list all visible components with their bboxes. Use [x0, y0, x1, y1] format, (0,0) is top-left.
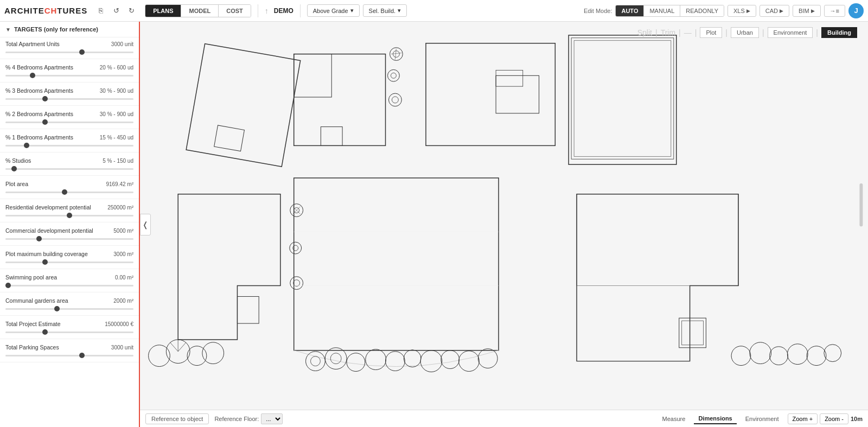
slider-track-2 [5, 95, 133, 103]
slider-track-9 [5, 258, 133, 266]
sel-build-button[interactable]: Sel. Build. ▾ [363, 4, 407, 17]
main-area: ▼ TARGETS (only for reference) Total Apa… [0, 22, 868, 427]
slider-value-3: 30 % - 900 ud [100, 111, 133, 117]
user-avatar[interactable]: J [848, 3, 864, 18]
slider-input-0[interactable] [5, 52, 133, 53]
more-export-button[interactable]: →≡ [824, 5, 845, 17]
slider-value-11: 2000 m² [113, 298, 133, 304]
measure-button[interactable]: Measure [658, 414, 690, 424]
divider-7 [0, 222, 139, 222]
slider-label-row-10: Swimming pool area 0.00 m² [5, 274, 133, 281]
divider-6 [0, 199, 139, 199]
sep6: | [725, 28, 727, 37]
slider-input-13[interactable] [5, 355, 133, 356]
slider-input-9[interactable] [5, 262, 133, 263]
slider-value-4: 15 % - 450 ud [100, 135, 133, 141]
reference-floor-label: Reference Floor: ... [214, 413, 283, 424]
sel-build-label: Sel. Build. [369, 8, 396, 14]
slider-input-11[interactable] [5, 308, 133, 310]
divider-3 [0, 129, 139, 129]
slider-input-1[interactable] [5, 75, 133, 77]
sep4: | [679, 28, 681, 37]
reference-floor-select[interactable]: ... [261, 413, 283, 424]
svg-rect-0 [143, 22, 865, 410]
slider-value-1: 20 % - 600 ud [100, 65, 133, 71]
slider-track-5 [5, 165, 133, 173]
cad-export-button[interactable]: CAD ▶ [760, 5, 789, 17]
xls-export-button[interactable]: XLS ▶ [727, 5, 756, 17]
slider-value-13: 3000 unit [111, 345, 133, 350]
slider-label-6: Plot area [5, 181, 28, 187]
tab-cost[interactable]: COST [219, 5, 251, 17]
topbar-right: Edit Mode: AUTO MANUAL READONLY XLS ▶ CA… [584, 3, 864, 18]
slider-label-row-13: Total Parking Spaces 3000 unit [5, 344, 133, 350]
slider-label-row-5: % Studios 5 % - 150 ud [5, 157, 133, 164]
view-environment-button[interactable]: Environment [768, 27, 813, 38]
divider-10 [0, 292, 139, 292]
divider-8 [0, 245, 139, 246]
zoom-out-button[interactable]: Zoom - [820, 413, 848, 424]
slider-section-3: % 2 Bedrooms Apartments 30 % - 900 ud [0, 107, 139, 127]
sep5: | [695, 28, 697, 37]
edit-mode-label: Edit Mode: [584, 8, 612, 14]
slider-label-row-4: % 1 Bedrooms Apartments 15 % - 450 ud [5, 134, 133, 141]
divider-4 [0, 152, 139, 152]
slider-label-1: % 4 Bedrooms Apartments [5, 64, 73, 71]
bim-export-button[interactable]: BIM ▶ [793, 5, 821, 17]
logo-highlight: CH [44, 6, 58, 15]
slider-track-13 [5, 352, 133, 359]
project-name: DEMO [274, 7, 293, 15]
view-plot-button[interactable]: Plot [700, 27, 722, 38]
bim-arrow-icon: ▶ [811, 8, 815, 14]
tab-plans[interactable]: PLANS [145, 5, 181, 17]
slider-track-3 [5, 118, 133, 126]
reference-to-object-button[interactable]: Reference to object [145, 413, 209, 424]
slider-input-10[interactable] [5, 285, 133, 286]
mode-readonly[interactable]: READONLY [680, 5, 724, 16]
dash: — [684, 28, 692, 37]
chevron-down-icon2: ▾ [398, 7, 401, 14]
copy-button[interactable]: ⎘ [95, 5, 107, 17]
mode-manual[interactable]: MANUAL [644, 5, 680, 16]
slider-input-8[interactable] [5, 238, 133, 240]
zoom-in-button[interactable]: Zoom + [788, 413, 818, 424]
slider-input-6[interactable] [5, 192, 133, 193]
sep8: | [816, 28, 818, 37]
slider-input-3[interactable] [5, 122, 133, 123]
slider-label-row-6: Plot area 9169.42 m² [5, 181, 133, 187]
environment-bottom-button[interactable]: Environment [741, 414, 783, 424]
view-urban-button[interactable]: Urban [731, 27, 759, 38]
slider-track-8 [5, 235, 133, 243]
slider-label-3: % 2 Bedrooms Apartments [5, 111, 73, 117]
sidebar-header[interactable]: ▼ TARGETS (only for reference) [0, 22, 139, 37]
xls-arrow-icon: ▶ [746, 8, 750, 14]
bottombar-right: Measure Dimensions Environment Zoom + Zo… [658, 413, 863, 424]
slider-value-10: 0.00 m² [115, 275, 133, 281]
slider-label-row-9: Plot maximum building coverage 3000 m² [5, 251, 133, 257]
slider-input-4[interactable] [5, 145, 133, 146]
slider-label-row-0: Total Apartment Units 3000 unit [5, 41, 133, 47]
dimensions-button[interactable]: Dimensions [694, 413, 736, 424]
slider-track-11 [5, 305, 133, 313]
slider-value-0: 3000 unit [111, 41, 133, 47]
slider-section-13: Total Parking Spaces 3000 unit [0, 341, 139, 360]
view-building-button[interactable]: Building [821, 27, 857, 38]
slider-section-2: % 3 Bedrooms Apartments 30 % - 900 ud [0, 84, 139, 104]
sidebar-collapse-arrow[interactable]: ❬ [140, 214, 151, 235]
slider-input-5[interactable] [5, 168, 133, 170]
slider-value-12: 15000000 € [105, 321, 133, 327]
mode-auto[interactable]: AUTO [616, 5, 644, 16]
undo-button[interactable]: ↺ [110, 5, 122, 17]
bottombar: Reference to object Reference Floor: ...… [140, 410, 868, 427]
above-grade-button[interactable]: Above Grade ▾ [307, 4, 360, 17]
cad-label: CAD [765, 8, 778, 14]
redo-button[interactable]: ↻ [125, 5, 137, 17]
slider-input-2[interactable] [5, 98, 133, 100]
slider-label-10: Swimming pool area [5, 274, 57, 281]
topbar: ARCHITECHTURES ⎘ ↺ ↻ PLANS MODEL COST ↑ … [0, 0, 868, 22]
slider-section-10: Swimming pool area 0.00 m² [0, 271, 139, 290]
slider-input-12[interactable] [5, 332, 133, 333]
tab-model[interactable]: MODEL [181, 5, 219, 17]
slider-section-5: % Studios 5 % - 150 ud [0, 154, 139, 174]
slider-input-7[interactable] [5, 215, 133, 216]
